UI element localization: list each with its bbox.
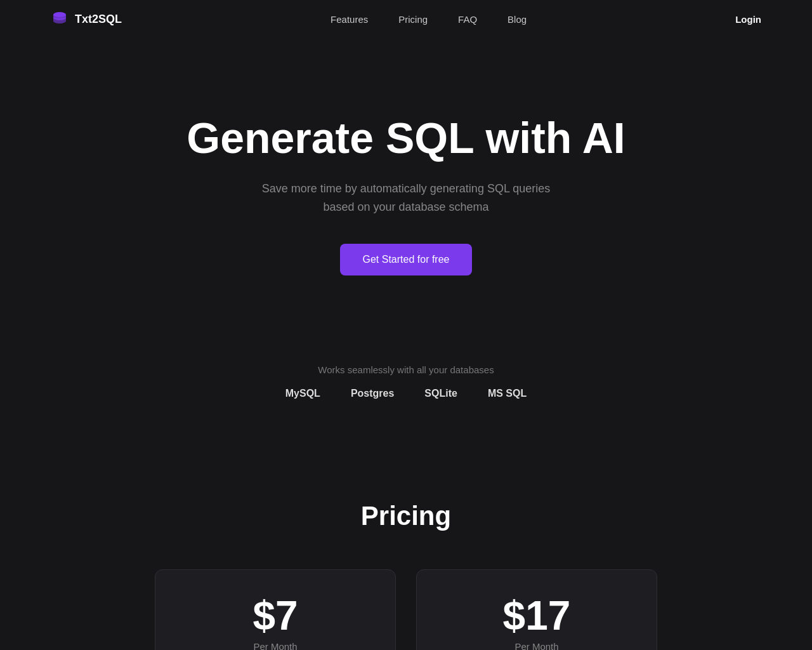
hero-subtitle: Save more time by automatically generati… <box>262 180 551 216</box>
hero-section: Generate SQL with AI Save more time by a… <box>0 38 812 326</box>
hero-title: Generate SQL with AI <box>187 114 625 162</box>
pricing-card-pro: $17 Per Month <box>416 569 657 650</box>
pricing-period-pro: Per Month <box>514 641 558 650</box>
logo-icon <box>51 10 69 28</box>
hero-subtitle-line1: Save more time by automatically generati… <box>262 182 551 195</box>
pricing-period-basic: Per Month <box>253 641 297 650</box>
nav-pricing[interactable]: Pricing <box>398 14 428 25</box>
databases-label: Works seamlessly with all your databases <box>318 364 494 375</box>
hero-subtitle-line2: based on your database schema <box>323 201 488 213</box>
db-sqlite: SQLite <box>424 388 457 399</box>
logo[interactable]: Txt2SQL <box>51 10 122 28</box>
login-button[interactable]: Login <box>735 14 761 25</box>
navbar: Txt2SQL Features Pricing FAQ Blog Login <box>0 0 812 38</box>
nav-features[interactable]: Features <box>331 14 368 25</box>
pricing-title: Pricing <box>361 501 451 531</box>
get-started-button[interactable]: Get Started for free <box>340 244 473 275</box>
pricing-section: Pricing $7 Per Month $17 Per Month <box>0 450 812 650</box>
databases-list: MySQL Postgres SQLite MS SQL <box>285 388 527 399</box>
db-mysql: MySQL <box>285 388 320 399</box>
pricing-card-basic: $7 Per Month <box>155 569 396 650</box>
nav-blog[interactable]: Blog <box>508 14 527 25</box>
db-mssql: MS SQL <box>488 388 527 399</box>
logo-text: Txt2SQL <box>75 13 122 26</box>
nav-faq[interactable]: FAQ <box>458 14 477 25</box>
pricing-amount-basic: $7 <box>252 595 298 636</box>
pricing-amount-pro: $17 <box>503 595 571 636</box>
db-postgres: Postgres <box>351 388 394 399</box>
nav-links: Features Pricing FAQ Blog <box>331 14 527 25</box>
databases-section: Works seamlessly with all your databases… <box>0 326 812 450</box>
pricing-cards: $7 Per Month $17 Per Month <box>121 569 691 650</box>
